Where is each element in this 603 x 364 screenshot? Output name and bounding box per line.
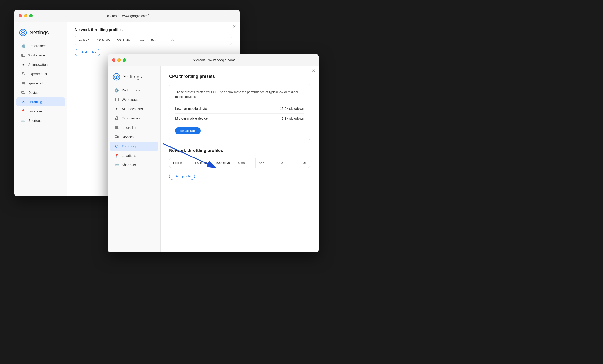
ignorelist-label-2: Ignore list xyxy=(122,126,136,130)
locations-icon-2: 📍 xyxy=(115,154,119,158)
cell-queue-1: 0 xyxy=(159,36,168,44)
svg-rect-3 xyxy=(22,54,25,57)
ai-icon-1: ✦ xyxy=(21,63,25,67)
preferences-icon-2: ⚙️ xyxy=(115,88,119,92)
sidebar-item-ai-2[interactable]: ✦ AI innovations xyxy=(110,104,158,113)
window-title-2: DevTools - www.google.com/ xyxy=(192,58,235,62)
network-table-1: Profile 1 1.0 Mbit/s 500 kbit/s 5 ms 0% … xyxy=(75,36,232,45)
sidebar-item-workspace-1[interactable]: Workspace xyxy=(16,51,65,60)
net-cell-loss: 0% xyxy=(256,158,277,167)
maximize-button-1[interactable] xyxy=(29,14,33,17)
devices-icon-1 xyxy=(21,90,25,95)
locations-icon-1: 📍 xyxy=(21,109,25,113)
cpu-section-title: CPU throttling presets xyxy=(169,74,310,79)
cpu-low-tier-name: Low-tier mobile device xyxy=(175,107,209,110)
net-cell-off: Off xyxy=(299,158,310,167)
svg-rect-15 xyxy=(115,98,118,101)
network-section-title-1: Network throttling profiles xyxy=(75,28,232,32)
throttling-icon-1 xyxy=(21,100,25,104)
sidebar-item-devices-1[interactable]: Devices xyxy=(16,88,65,97)
sidebar-item-locations-2[interactable]: 📍 Locations xyxy=(110,151,158,160)
locations-label-2: Locations xyxy=(122,154,136,157)
settings-title-1: Settings xyxy=(30,29,49,36)
cell-profile-1: Profile 1 xyxy=(75,36,93,44)
close-button-2[interactable] xyxy=(112,58,116,62)
cpu-throttling-box: These presets throttle your CPU to appro… xyxy=(169,84,310,141)
cpu-mid-tier-slowdown: 3.9× slowdown xyxy=(282,117,304,120)
workspace-label-2: Workspace xyxy=(122,98,139,101)
sidebar-item-throttling-2[interactable]: Throttling xyxy=(110,142,158,151)
recalibrate-button[interactable]: Recalibrate xyxy=(175,127,200,134)
sidebar-2: Settings ⚙️ Preferences Workspace ✦ AI i… xyxy=(108,66,161,253)
ai-label-1: AI innovations xyxy=(28,63,49,66)
sidebar-item-locations-1[interactable]: 📍 Locations xyxy=(16,107,65,116)
preferences-label-1: Preferences xyxy=(28,44,46,48)
preferences-label-2: Preferences xyxy=(122,88,140,92)
sidebar-item-preferences-2[interactable]: ⚙️ Preferences xyxy=(110,86,158,95)
sidebar-item-ignorelist-1[interactable]: Ignore list xyxy=(16,79,65,88)
devices-label-2: Devices xyxy=(122,135,134,139)
ignorelist-icon-1 xyxy=(21,81,25,85)
preferences-icon-1: ⚙️ xyxy=(21,44,25,48)
cpu-low-tier-row: Low-tier mobile device 15.0× slowdown xyxy=(175,104,304,114)
net-cell-up: 500 kbit/s xyxy=(212,158,234,167)
network-table-2: Profile 1 1.0 Mbit/s 500 kbit/s 5 ms 0% … xyxy=(169,158,310,168)
net-cell-down: 1.0 Mbit/s xyxy=(191,158,212,167)
maximize-button-2[interactable] xyxy=(123,58,126,62)
experiments-icon-2 xyxy=(115,116,119,120)
svg-rect-20 xyxy=(115,136,117,138)
add-profile-btn-1[interactable]: + Add profile xyxy=(75,49,100,56)
sidebar-item-shortcuts-2[interactable]: ⌨️ Shortcuts xyxy=(110,160,158,169)
close-btn-1[interactable]: ✕ xyxy=(232,24,237,29)
cell-latency-1: 5 ms xyxy=(134,36,148,44)
settings-header-1: Settings xyxy=(14,27,67,41)
minimize-button-2[interactable] xyxy=(117,58,121,62)
traffic-lights-1 xyxy=(19,14,33,17)
cell-down-1: 1.0 Mbit/s xyxy=(93,36,114,44)
sidebar-item-devices-2[interactable]: Devices xyxy=(110,132,158,142)
sidebar-item-experiments-1[interactable]: Experiments xyxy=(16,69,65,78)
sidebar-item-workspace-2[interactable]: Workspace xyxy=(110,95,158,104)
locations-label-1: Locations xyxy=(28,109,43,113)
throttling-icon-2 xyxy=(115,144,119,148)
close-button-1[interactable] xyxy=(19,14,22,17)
cpu-low-tier-slowdown: 15.0× slowdown xyxy=(280,107,304,110)
sidebar-item-throttling-1[interactable]: Throttling xyxy=(16,97,65,107)
sidebar-item-experiments-2[interactable]: Experiments xyxy=(110,114,158,123)
svg-point-14 xyxy=(116,76,117,77)
sidebar-item-ignorelist-2[interactable]: Ignore list xyxy=(110,123,158,132)
svg-rect-8 xyxy=(22,91,24,93)
experiments-label-1: Experiments xyxy=(28,72,47,76)
close-btn-2[interactable]: ✕ xyxy=(311,68,316,73)
sidebar-1: Settings ⚙️ Preferences Workspace ✦ AI i… xyxy=(14,22,67,196)
svg-line-7 xyxy=(24,84,25,85)
minimize-button-1[interactable] xyxy=(24,14,27,17)
sidebar-item-ai-1[interactable]: ✦ AI innovations xyxy=(16,60,65,69)
experiments-label-2: Experiments xyxy=(122,116,140,120)
shortcuts-icon-2: ⌨️ xyxy=(115,163,119,167)
cpu-mid-tier-row: Mid-tier mobile device 3.9× slowdown xyxy=(175,114,304,123)
shortcuts-icon-1: ⌨️ xyxy=(21,119,25,123)
network-row-2: Profile 1 1.0 Mbit/s 500 kbit/s 5 ms 0% … xyxy=(169,158,310,167)
devtools-logo-2 xyxy=(113,73,120,81)
ai-label-2: AI innovations xyxy=(122,107,143,111)
svg-rect-9 xyxy=(24,92,25,93)
main-content-2: ✕ CPU throttling presets These presets t… xyxy=(161,66,319,253)
titlebar-2: DevTools - www.google.com/ xyxy=(108,54,319,66)
cell-up-1: 500 kbit/s xyxy=(114,36,134,44)
cpu-mid-tier-name: Mid-tier mobile device xyxy=(175,117,208,120)
shortcuts-label-1: Shortcuts xyxy=(28,119,42,122)
workspace-icon-1 xyxy=(21,53,25,57)
sidebar-item-preferences-1[interactable]: ⚙️ Preferences xyxy=(16,41,65,51)
cpu-description: These presets throttle your CPU to appro… xyxy=(175,90,304,99)
devices-label-1: Devices xyxy=(28,91,40,95)
cell-loss-1: 0% xyxy=(148,36,159,44)
devices-icon-2 xyxy=(115,135,119,139)
workspace-label-1: Workspace xyxy=(28,53,45,57)
cell-off-1: Off xyxy=(168,36,179,44)
add-profile-btn-2[interactable]: + Add profile xyxy=(169,173,195,180)
devtools-logo-1 xyxy=(19,29,27,36)
svg-line-19 xyxy=(118,128,119,129)
titlebar-1: DevTools - www.google.com/ xyxy=(14,10,240,22)
sidebar-item-shortcuts-1[interactable]: ⌨️ Shortcuts xyxy=(16,116,65,125)
